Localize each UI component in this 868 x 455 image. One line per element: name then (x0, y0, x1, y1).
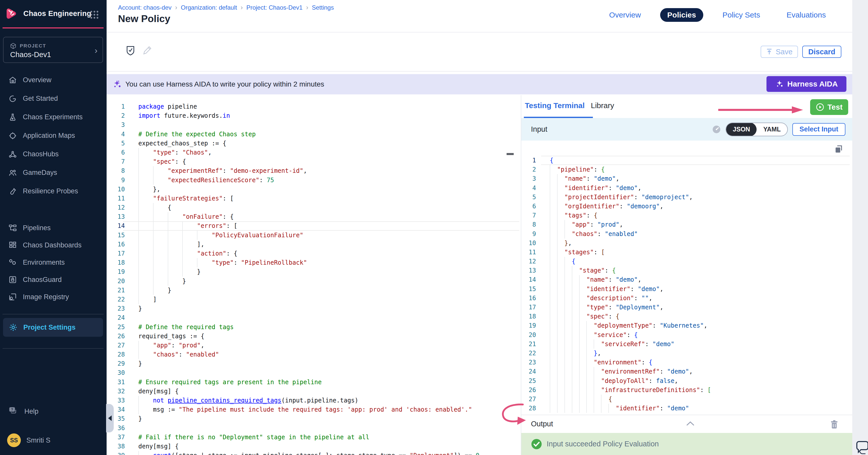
code-line-26[interactable]: 26required_tags := { (106, 332, 521, 341)
code-line-14[interactable]: 14"name": "demo", (521, 275, 852, 284)
code-line-19[interactable]: 19"deploymentType": "Kubernetes", (521, 321, 852, 330)
sidebar-item-project-settings[interactable]: Project Settings (3, 318, 103, 337)
code-line-8[interactable]: 8"app": "prod", (521, 220, 852, 229)
code-line-10[interactable]: 10}, (521, 238, 852, 248)
code-line-14[interactable]: 14"errors": [ (106, 221, 521, 230)
code-line-17[interactable]: 17"action": { (106, 249, 521, 258)
save-button[interactable]: Save (761, 46, 798, 58)
code-line-22[interactable]: 22}, (521, 349, 852, 358)
select-input-button[interactable]: Select Input (793, 123, 845, 136)
code-line-10[interactable]: 10}, (106, 185, 521, 194)
code-line-13[interactable]: 13"onFailure": { (106, 212, 521, 221)
sidebar-item-get-started[interactable]: Get Started (0, 89, 106, 108)
code-line-1[interactable]: 1{ (521, 156, 852, 165)
sidebar-item-application-maps[interactable]: Application Maps (0, 126, 106, 145)
code-line-26[interactable]: 26"infrastructureDefinitions": [ (521, 386, 852, 395)
code-line-2[interactable]: 2"pipeline": { (521, 165, 852, 174)
tab-testing-terminal[interactable]: Testing Terminal (525, 101, 585, 110)
code-line-9[interactable]: 9"expectedResilienceScore": 75 (106, 175, 521, 185)
code-line-17[interactable]: 17"type": "Deployment", (521, 303, 852, 312)
code-line-8[interactable]: 8"experimentRef": "demo-experiment-id", (106, 166, 521, 175)
code-line-20[interactable]: 20"service": { (521, 330, 852, 339)
code-line-18[interactable]: 18"type": "PipelineRollback" (106, 258, 521, 267)
code-line-9[interactable]: 9"chaos": "enabled" (521, 229, 852, 238)
code-line-7[interactable]: 7"spec": { (106, 157, 521, 166)
sidebar-item-resilience-probes[interactable]: Resilience Probes (0, 182, 106, 200)
code-line-20[interactable]: 20} (106, 277, 521, 286)
code-line-39[interactable]: 39count([stage | stage := input.pipeline… (106, 451, 521, 455)
tab-policy-sets[interactable]: Policy Sets (715, 8, 767, 22)
sidebar-collapse-handle[interactable] (106, 404, 114, 432)
code-line-19[interactable]: 19} (106, 267, 521, 277)
code-line-6[interactable]: 6"orgIdentifier": "demoorg", (521, 202, 852, 211)
code-line-30[interactable]: 30 (106, 368, 521, 377)
code-line-38[interactable]: 38deny[msg] { (106, 442, 521, 451)
code-line-29[interactable]: 29} (106, 359, 521, 368)
code-line-15[interactable]: 15"identifier": "demo", (521, 285, 852, 294)
code-line-4[interactable]: 4"identifier": "demo", (521, 184, 852, 193)
sidebar-item-chaos-dashboards[interactable]: Chaos Dashboards (0, 236, 106, 254)
sidebar-item-chaosguard[interactable]: ChaosGuard (0, 271, 106, 288)
code-line-23[interactable]: 23} (106, 304, 521, 313)
module-grid-icon[interactable] (89, 10, 99, 20)
code-line-28[interactable]: 28"chaos": "enabled" (106, 350, 521, 359)
sidebar-item-environments[interactable]: Environments (0, 254, 106, 271)
support-chat-icon[interactable] (855, 441, 868, 455)
code-line-12[interactable]: 12{ (521, 257, 852, 266)
code-line-7[interactable]: 7"tags": { (521, 211, 852, 220)
format-toggle[interactable]: JSON YAML (725, 123, 788, 136)
breadcrumb-item[interactable]: Project: Chaos-Dev1 (246, 4, 303, 11)
editor-scroll-marker[interactable] (506, 153, 514, 155)
code-line-24[interactable]: 24 (106, 313, 521, 322)
copy-icon[interactable] (834, 144, 844, 154)
code-line-35[interactable]: 35} (106, 414, 521, 423)
code-line-2[interactable]: 2import future.keywords.in (106, 111, 521, 120)
tab-library[interactable]: Library (591, 101, 614, 110)
code-line-37[interactable]: 37# Fail if there is no "Deployment" sta… (106, 433, 521, 442)
code-line-25[interactable]: 25# Define the required tags (106, 323, 521, 332)
harness-aida-button[interactable]: Harness AIDA (767, 76, 846, 92)
edit-pencil-icon[interactable] (142, 45, 152, 56)
code-line-24[interactable]: 24"environmentRef": "demo", (521, 367, 852, 376)
code-line-25[interactable]: 25"deployToAll": false, (521, 376, 852, 386)
sidebar-item-overview[interactable]: Overview (0, 71, 106, 89)
code-line-5[interactable]: 5expected_chaos_step := { (106, 139, 521, 148)
sidebar-item-chaos-experiments[interactable]: Chaos Experiments (0, 108, 106, 126)
chevron-up-icon[interactable] (686, 421, 695, 426)
trash-icon[interactable] (830, 419, 839, 429)
sidebar-item-chaoshubs[interactable]: ChaosHubs (0, 145, 106, 163)
test-button[interactable]: Test (810, 99, 848, 115)
sidebar-item-gamedays[interactable]: GameDays (0, 163, 106, 182)
tab-evaluations[interactable]: Evaluations (779, 8, 833, 22)
code-line-15[interactable]: 15"PolicyEvaluationFailure" (106, 231, 521, 240)
format-option-yaml[interactable]: YAML (756, 123, 787, 136)
tab-overview[interactable]: Overview (602, 8, 648, 22)
code-line-6[interactable]: 6"type": "Chaos", (106, 148, 521, 157)
code-line-32[interactable]: 32deny[msg] { (106, 387, 521, 396)
shield-check-icon[interactable] (125, 45, 135, 56)
code-line-16[interactable]: 16"description": "", (521, 294, 852, 303)
code-line-5[interactable]: 5"projectIdentifier": "demoproject", (521, 193, 852, 202)
code-line-18[interactable]: 18"spec": { (521, 312, 852, 321)
code-line-13[interactable]: 13"stage": { (521, 266, 852, 275)
code-line-21[interactable]: 21} (106, 286, 521, 295)
sidebar-item-image-registry[interactable]: Image Registry (0, 288, 106, 305)
project-selector[interactable]: PROJECT Chaos-Dev1 › (3, 37, 103, 63)
code-line-3[interactable]: 3"name": "demo", (521, 174, 852, 183)
code-line-31[interactable]: 31# Ensure required tags are present in … (106, 378, 521, 387)
gauge-icon[interactable] (712, 125, 721, 134)
code-line-11[interactable]: 11"failureStrategies": [ (106, 194, 521, 203)
code-line-21[interactable]: 21"serviceRef": "demo" (521, 339, 852, 349)
code-line-36[interactable]: 36 (106, 424, 521, 433)
policy-code-editor[interactable]: 1package pipeline2import future.keywords… (106, 95, 521, 455)
code-line-28[interactable]: 28"identifier": "demo" (521, 404, 852, 413)
code-line-12[interactable]: 12{ (106, 203, 521, 212)
code-line-1[interactable]: 1package pipeline (106, 102, 521, 111)
code-line-33[interactable]: 33not pipeline_contains_required_tags(in… (106, 396, 521, 405)
code-line-27[interactable]: 27{ (521, 395, 852, 404)
sidebar-item-help[interactable]: ? Help (8, 406, 38, 417)
tab-policies[interactable]: Policies (660, 8, 703, 22)
code-line-16[interactable]: 16], (106, 240, 521, 249)
breadcrumb-item[interactable]: Account: chaos-dev (118, 4, 172, 11)
input-json-editor[interactable]: 1{2"pipeline": {3"name": "demo",4"identi… (521, 140, 852, 415)
